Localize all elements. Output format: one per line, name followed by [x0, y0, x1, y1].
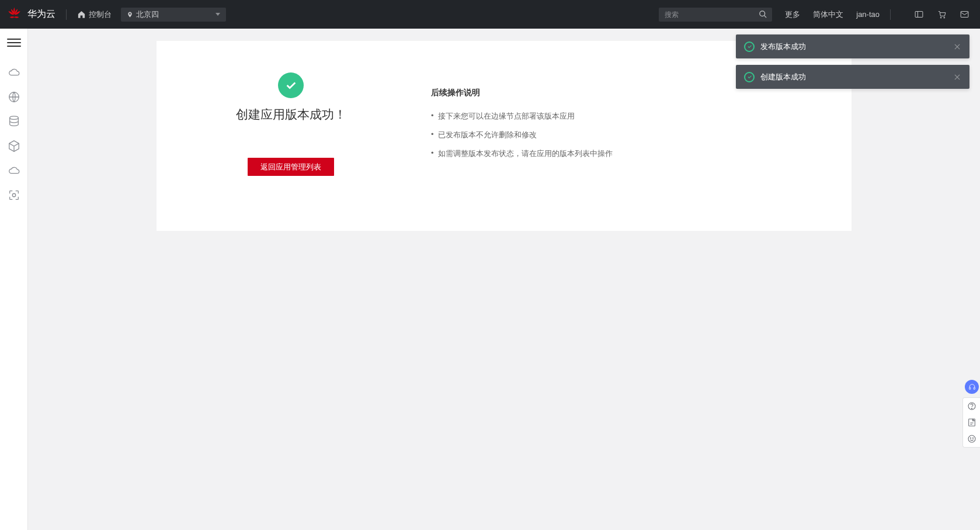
check-circle-icon	[744, 72, 755, 82]
service-box-icon[interactable]	[8, 140, 20, 153]
svg-line-1	[764, 15, 767, 18]
feedback-icon[interactable]	[967, 418, 976, 427]
svg-point-16	[971, 408, 972, 408]
check-circle-icon	[744, 41, 755, 52]
toast-text: 创建版本成功	[760, 72, 806, 82]
brand-name: 华为云	[27, 8, 55, 20]
header-right-group: 更多 简体中文 jan-tao	[659, 8, 969, 22]
menu-toggle[interactable]	[7, 36, 21, 50]
language-selector[interactable]: 简体中文	[813, 9, 843, 20]
sidebar	[0, 29, 28, 530]
toast-text: 发布版本成功	[760, 41, 806, 52]
toast-create-success: 创建版本成功	[736, 65, 969, 89]
svg-point-7	[9, 116, 18, 120]
support-button[interactable]	[965, 380, 979, 394]
svg-point-0	[760, 11, 765, 16]
instructions-col: 后续操作说明 接下来您可以在边缘节点部署该版本应用 已发布版本不允许删除和修改 …	[390, 70, 816, 231]
home-icon	[77, 10, 86, 19]
svg-point-8	[12, 193, 16, 197]
svg-point-20	[972, 438, 973, 438]
divider	[66, 9, 67, 20]
service-database-icon[interactable]	[8, 115, 20, 128]
divider	[890, 9, 891, 20]
toast-publish-success: 发布版本成功	[736, 34, 969, 58]
instruction-item: 如需调整版本发布状态，请在应用的版本列表中操作	[431, 148, 816, 159]
success-left-col: 创建应用版本成功！ 返回应用管理列表	[192, 70, 390, 231]
close-icon[interactable]	[953, 73, 961, 81]
main-area: 创建应用版本成功！ 返回应用管理列表 后续操作说明 接下来您可以在边缘节点部署该…	[28, 29, 980, 530]
search-input[interactable]	[665, 11, 759, 19]
instructions-title: 后续操作说明	[431, 88, 816, 98]
instruction-item: 接下来您可以在边缘节点部署该版本应用	[431, 111, 816, 122]
region-selector[interactable]: 北京四	[121, 8, 226, 22]
service-cloud2-icon[interactable]	[8, 164, 20, 177]
svg-point-4	[944, 17, 945, 18]
svg-point-18	[968, 435, 975, 442]
headset-icon	[968, 383, 976, 391]
more-link[interactable]: 更多	[785, 9, 800, 20]
region-label: 北京四	[136, 9, 159, 20]
svg-rect-13	[969, 387, 970, 389]
success-title: 创建应用版本成功！	[236, 106, 346, 123]
service-target-icon[interactable]	[8, 189, 20, 202]
svg-rect-5	[961, 12, 968, 18]
username[interactable]: jan-tao	[856, 10, 880, 19]
svg-point-19	[970, 438, 971, 438]
service-globe-icon[interactable]	[8, 91, 20, 103]
service-cloud-icon[interactable]	[8, 66, 20, 79]
smile-icon[interactable]	[967, 434, 976, 444]
search-icon[interactable]	[759, 10, 767, 19]
chevron-down-icon	[216, 13, 220, 16]
search-box[interactable]	[659, 8, 772, 22]
app-header: 华为云 控制台 北京四 更多 简体中文 jan-tao	[0, 0, 980, 29]
console-label: 控制台	[89, 9, 112, 20]
help-floatbar	[962, 397, 980, 448]
location-pin-icon	[127, 11, 133, 19]
svg-rect-2	[915, 12, 923, 18]
brand-logo[interactable]: 华为云	[7, 7, 55, 22]
instructions-list: 接下来您可以在边缘节点部署该版本应用 已发布版本不允许删除和修改 如需调整版本发…	[431, 111, 816, 159]
toast-stack: 发布版本成功 创建版本成功	[736, 34, 969, 89]
svg-rect-14	[974, 387, 975, 389]
console-link[interactable]: 控制台	[77, 9, 112, 20]
back-to-list-button[interactable]: 返回应用管理列表	[248, 158, 334, 176]
svg-point-3	[940, 17, 941, 18]
mail-icon[interactable]	[960, 9, 969, 19]
help-icon[interactable]	[967, 401, 976, 411]
instruction-item: 已发布版本不允许删除和修改	[431, 130, 816, 140]
cart-icon[interactable]	[937, 9, 947, 19]
huawei-logo-icon	[7, 7, 22, 22]
ticket-icon[interactable]	[914, 9, 924, 19]
close-icon[interactable]	[953, 43, 961, 51]
success-check-icon	[278, 72, 304, 98]
